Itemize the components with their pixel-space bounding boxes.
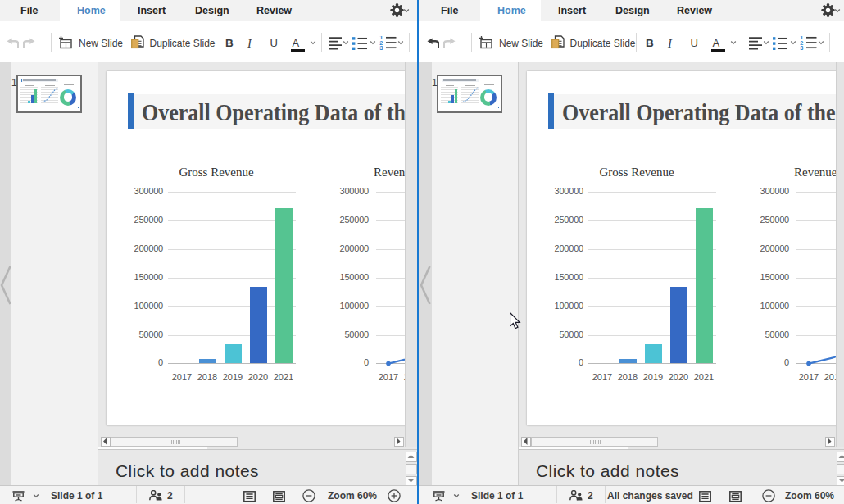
svg-text:3: 3 [379, 44, 383, 50]
svg-text:3: 3 [800, 44, 803, 50]
